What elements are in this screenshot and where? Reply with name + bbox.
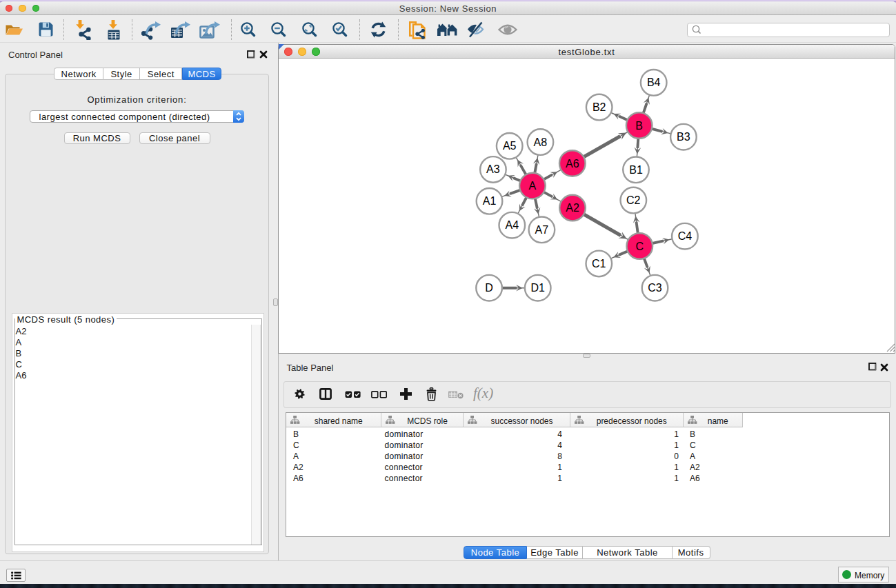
svg-text:A3: A3 (486, 163, 500, 175)
svg-text:B4: B4 (647, 77, 661, 88)
svg-text:C4: C4 (678, 230, 693, 242)
svg-text:B: B (635, 120, 643, 132)
svg-text:C2: C2 (626, 194, 641, 206)
svg-text:C1: C1 (592, 258, 606, 270)
svg-text:A1: A1 (483, 195, 497, 207)
svg-text:A6: A6 (566, 158, 579, 170)
svg-text:D1: D1 (530, 282, 545, 294)
svg-text:A: A (529, 180, 537, 192)
svg-text:A5: A5 (503, 140, 517, 152)
svg-text:C: C (636, 241, 644, 252)
svg-text:A4: A4 (506, 219, 519, 231)
svg-text:B2: B2 (593, 101, 606, 113)
svg-text:D: D (485, 282, 493, 294)
svg-text:B1: B1 (629, 164, 643, 176)
svg-text:C3: C3 (648, 282, 662, 294)
svg-text:A2: A2 (566, 202, 579, 214)
svg-text:A8: A8 (534, 136, 548, 148)
svg-text:B3: B3 (677, 131, 690, 143)
svg-text:A7: A7 (535, 224, 549, 236)
